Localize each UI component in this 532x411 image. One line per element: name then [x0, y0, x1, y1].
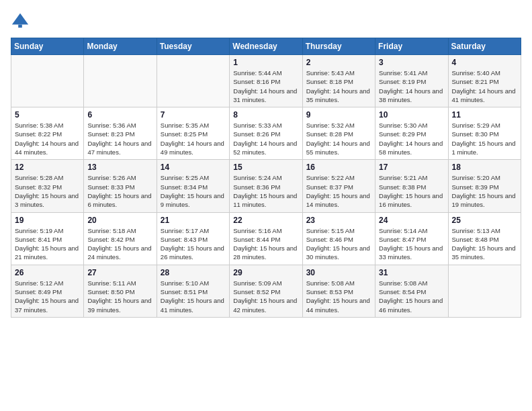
day-info: Sunrise: 5:25 AMSunset: 8:34 PMDaylight:…: [161, 173, 226, 209]
day-cell: 23Sunrise: 5:15 AMSunset: 8:46 PMDayligh…: [302, 212, 375, 265]
day-info: Sunrise: 5:13 AMSunset: 8:48 PMDaylight:…: [452, 226, 517, 262]
day-cell: 13Sunrise: 5:26 AMSunset: 8:33 PMDayligh…: [84, 160, 157, 212]
day-info: Sunrise: 5:14 AMSunset: 8:47 PMDaylight:…: [379, 226, 444, 262]
day-cell: 25Sunrise: 5:13 AMSunset: 8:48 PMDayligh…: [448, 212, 521, 265]
day-info: Sunrise: 5:30 AMSunset: 8:29 PMDaylight:…: [379, 121, 444, 156]
day-info: Sunrise: 5:41 AMSunset: 8:19 PMDaylight:…: [379, 68, 444, 104]
day-info: Sunrise: 5:44 AMSunset: 8:16 PMDaylight:…: [233, 68, 298, 104]
week-row-2: 5Sunrise: 5:38 AMSunset: 8:22 PMDaylight…: [11, 107, 521, 160]
day-info: Sunrise: 5:22 AMSunset: 8:37 PMDaylight:…: [306, 173, 371, 209]
svg-marker-0: [12, 13, 28, 25]
header: [11, 11, 521, 30]
day-info: Sunrise: 5:33 AMSunset: 8:26 PMDaylight:…: [233, 121, 298, 156]
weekday-header-thursday: Thursday: [302, 38, 375, 55]
day-info: Sunrise: 5:24 AMSunset: 8:36 PMDaylight:…: [233, 173, 298, 209]
day-cell: 10Sunrise: 5:30 AMSunset: 8:29 PMDayligh…: [375, 107, 448, 160]
day-number: 22: [233, 216, 298, 225]
weekday-header-row: SundayMondayTuesdayWednesdayThursdayFrid…: [11, 38, 521, 55]
day-cell: 27Sunrise: 5:11 AMSunset: 8:50 PMDayligh…: [84, 265, 157, 317]
day-info: Sunrise: 5:15 AMSunset: 8:46 PMDaylight:…: [306, 226, 371, 262]
day-number: 13: [87, 163, 152, 172]
day-number: 1: [233, 58, 298, 67]
day-number: 3: [379, 58, 444, 67]
week-row-1: 1Sunrise: 5:44 AMSunset: 8:16 PMDaylight…: [11, 55, 521, 107]
day-info: Sunrise: 5:17 AMSunset: 8:43 PMDaylight:…: [161, 226, 226, 262]
day-number: 5: [15, 110, 80, 120]
day-number: 7: [161, 110, 226, 120]
day-cell: [448, 265, 521, 317]
day-info: Sunrise: 5:28 AMSunset: 8:32 PMDaylight:…: [15, 173, 80, 209]
day-info: Sunrise: 5:32 AMSunset: 8:28 PMDaylight:…: [306, 121, 371, 156]
day-number: 4: [452, 58, 517, 67]
day-cell: [84, 55, 157, 107]
day-number: 2: [306, 58, 371, 67]
day-cell: 7Sunrise: 5:35 AMSunset: 8:25 PMDaylight…: [157, 107, 229, 160]
day-cell: 14Sunrise: 5:25 AMSunset: 8:34 PMDayligh…: [157, 160, 229, 212]
day-info: Sunrise: 5:43 AMSunset: 8:18 PMDaylight:…: [306, 68, 371, 104]
day-cell: 18Sunrise: 5:20 AMSunset: 8:39 PMDayligh…: [448, 160, 521, 212]
day-cell: 1Sunrise: 5:44 AMSunset: 8:16 PMDaylight…: [230, 55, 302, 107]
day-info: Sunrise: 5:36 AMSunset: 8:23 PMDaylight:…: [87, 121, 152, 156]
calendar: SundayMondayTuesdayWednesdayThursdayFrid…: [11, 38, 521, 318]
day-cell: 16Sunrise: 5:22 AMSunset: 8:37 PMDayligh…: [302, 160, 375, 212]
day-cell: 15Sunrise: 5:24 AMSunset: 8:36 PMDayligh…: [230, 160, 302, 212]
weekday-header-wednesday: Wednesday: [230, 38, 302, 55]
week-row-5: 26Sunrise: 5:12 AMSunset: 8:49 PMDayligh…: [11, 265, 521, 317]
day-info: Sunrise: 5:11 AMSunset: 8:50 PMDaylight:…: [87, 279, 152, 314]
day-number: 20: [87, 216, 152, 225]
day-cell: 8Sunrise: 5:33 AMSunset: 8:26 PMDaylight…: [230, 107, 302, 160]
weekday-header-tuesday: Tuesday: [157, 38, 229, 55]
day-info: Sunrise: 5:19 AMSunset: 8:41 PMDaylight:…: [15, 226, 80, 262]
day-cell: 26Sunrise: 5:12 AMSunset: 8:49 PMDayligh…: [11, 265, 84, 317]
day-info: Sunrise: 5:40 AMSunset: 8:21 PMDaylight:…: [452, 68, 517, 104]
day-cell: 28Sunrise: 5:10 AMSunset: 8:51 PMDayligh…: [157, 265, 229, 317]
day-cell: 12Sunrise: 5:28 AMSunset: 8:32 PMDayligh…: [11, 160, 84, 212]
day-info: Sunrise: 5:20 AMSunset: 8:39 PMDaylight:…: [452, 173, 517, 209]
day-cell: 19Sunrise: 5:19 AMSunset: 8:41 PMDayligh…: [11, 212, 84, 265]
day-number: 12: [15, 163, 80, 172]
day-info: Sunrise: 5:16 AMSunset: 8:44 PMDaylight:…: [233, 226, 298, 262]
day-cell: 22Sunrise: 5:16 AMSunset: 8:44 PMDayligh…: [230, 212, 302, 265]
day-cell: [11, 55, 84, 107]
day-cell: 6Sunrise: 5:36 AMSunset: 8:23 PMDaylight…: [84, 107, 157, 160]
day-number: 9: [306, 110, 371, 120]
day-number: 6: [87, 110, 152, 120]
day-number: 19: [15, 216, 80, 225]
week-row-3: 12Sunrise: 5:28 AMSunset: 8:32 PMDayligh…: [11, 160, 521, 212]
day-number: 10: [379, 110, 444, 120]
day-cell: 5Sunrise: 5:38 AMSunset: 8:22 PMDaylight…: [11, 107, 84, 160]
day-number: 15: [233, 163, 298, 172]
day-number: 24: [379, 216, 444, 225]
day-info: Sunrise: 5:26 AMSunset: 8:33 PMDaylight:…: [87, 173, 152, 209]
day-info: Sunrise: 5:10 AMSunset: 8:51 PMDaylight:…: [161, 279, 226, 314]
day-cell: 11Sunrise: 5:29 AMSunset: 8:30 PMDayligh…: [448, 107, 521, 160]
logo: [11, 11, 32, 30]
day-cell: 4Sunrise: 5:40 AMSunset: 8:21 PMDaylight…: [448, 55, 521, 107]
day-info: Sunrise: 5:08 AMSunset: 8:53 PMDaylight:…: [306, 279, 371, 314]
day-cell: 30Sunrise: 5:08 AMSunset: 8:53 PMDayligh…: [302, 265, 375, 317]
day-cell: 31Sunrise: 5:08 AMSunset: 8:54 PMDayligh…: [375, 265, 448, 317]
day-cell: 9Sunrise: 5:32 AMSunset: 8:28 PMDaylight…: [302, 107, 375, 160]
day-number: 23: [306, 216, 371, 225]
day-number: 29: [233, 268, 298, 277]
svg-rect-1: [18, 25, 22, 28]
logo-icon: [11, 11, 30, 30]
day-number: 27: [87, 268, 152, 277]
day-number: 31: [379, 268, 444, 277]
day-info: Sunrise: 5:38 AMSunset: 8:22 PMDaylight:…: [15, 121, 80, 156]
day-number: 30: [306, 268, 371, 277]
day-cell: 3Sunrise: 5:41 AMSunset: 8:19 PMDaylight…: [375, 55, 448, 107]
day-number: 11: [452, 110, 517, 120]
day-number: 26: [15, 268, 80, 277]
day-info: Sunrise: 5:09 AMSunset: 8:52 PMDaylight:…: [233, 279, 298, 314]
day-cell: [157, 55, 229, 107]
day-info: Sunrise: 5:35 AMSunset: 8:25 PMDaylight:…: [161, 121, 226, 156]
weekday-header-monday: Monday: [84, 38, 157, 55]
day-cell: 29Sunrise: 5:09 AMSunset: 8:52 PMDayligh…: [230, 265, 302, 317]
weekday-header-saturday: Saturday: [448, 38, 521, 55]
day-number: 14: [161, 163, 226, 172]
day-info: Sunrise: 5:21 AMSunset: 8:38 PMDaylight:…: [379, 173, 444, 209]
day-cell: 20Sunrise: 5:18 AMSunset: 8:42 PMDayligh…: [84, 212, 157, 265]
day-number: 21: [161, 216, 226, 225]
day-number: 8: [233, 110, 298, 120]
